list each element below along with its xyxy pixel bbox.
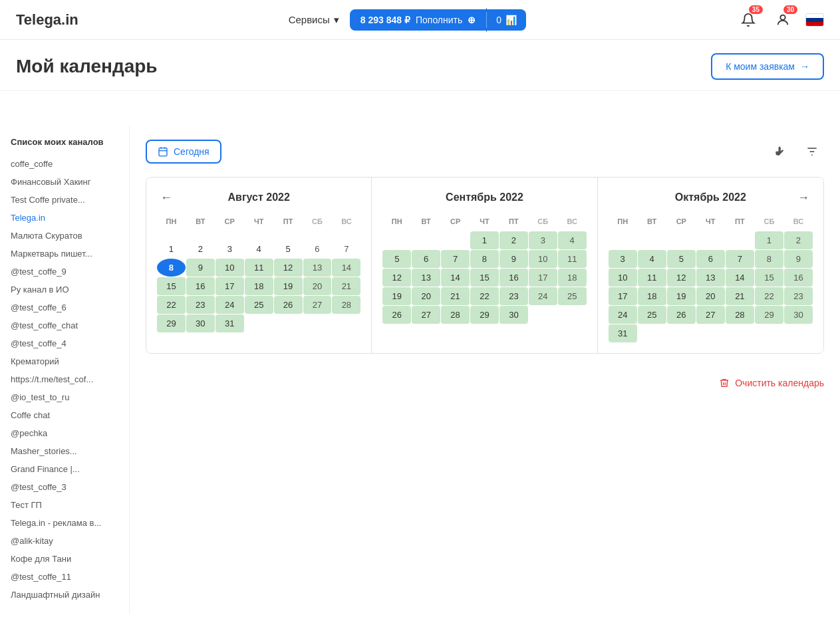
prev-month-button[interactable]: ← [157, 188, 176, 207]
calendar-day[interactable]: 7 [332, 240, 360, 258]
calendar-day[interactable]: 28 [332, 296, 360, 314]
sidebar-item[interactable]: Ру канал в ИО [0, 281, 129, 299]
calendar-day[interactable]: 15 [755, 269, 783, 287]
calendar-day[interactable]: 22 [755, 287, 783, 305]
calendar-day[interactable]: 5 [382, 250, 411, 268]
calendar-day[interactable]: 27 [696, 306, 725, 324]
calendar-day[interactable]: 19 [667, 287, 696, 305]
calendar-day[interactable]: 16 [499, 269, 528, 287]
calendar-day[interactable]: 4 [638, 250, 666, 268]
calendar-day[interactable]: 24 [529, 287, 557, 305]
calendar-day[interactable]: 3 [609, 250, 637, 268]
sidebar-item[interactable]: @io_test_to_ru [0, 388, 129, 406]
calendar-day[interactable]: 20 [303, 277, 332, 295]
calendar-day[interactable]: 18 [638, 287, 666, 305]
services-button[interactable]: Сервисы ▾ [289, 14, 339, 26]
sidebar-item[interactable]: Тест ГП [0, 496, 129, 514]
touch-mode-button[interactable] [768, 140, 792, 164]
calendar-day[interactable]: 5 [667, 250, 696, 268]
calendar-day[interactable]: 16 [186, 277, 215, 295]
calendar-day[interactable]: 1 [157, 240, 186, 258]
calendar-day[interactable]: 26 [667, 306, 696, 324]
sidebar-item[interactable]: @test_coffe_3 [0, 478, 129, 496]
calendar-day[interactable]: 9 [186, 259, 215, 277]
calendar-day[interactable]: 2 [499, 231, 528, 249]
sidebar-item[interactable]: Coffe chat [0, 406, 129, 424]
calendar-day[interactable]: 28 [726, 306, 754, 324]
sidebar-item[interactable]: Telega.in - реклама в... [0, 514, 129, 532]
calendar-day[interactable]: 22 [157, 296, 186, 314]
sidebar-item[interactable]: @test_coffe_6 [0, 299, 129, 316]
calendar-day[interactable]: 29 [157, 314, 186, 332]
calendar-day[interactable]: 22 [470, 287, 499, 305]
calendar-day[interactable]: 11 [245, 259, 273, 277]
calendar-day[interactable]: 24 [609, 306, 637, 324]
calendar-day[interactable]: 19 [274, 277, 303, 295]
sidebar-item[interactable]: @test_coffe_chat [0, 316, 129, 334]
sidebar-item[interactable]: @alik-kitay [0, 532, 129, 550]
calendar-day[interactable]: 4 [245, 240, 273, 258]
calendar-day[interactable]: 29 [470, 306, 499, 324]
calendar-day[interactable]: 6 [412, 250, 440, 268]
calendar-day[interactable]: 7 [726, 250, 754, 268]
notifications-button[interactable]: 35 [736, 8, 760, 32]
calendar-day[interactable]: 14 [332, 259, 360, 277]
calendar-day[interactable]: 24 [215, 296, 244, 314]
calendar-day[interactable]: 9 [499, 250, 528, 268]
calendar-day[interactable]: 8 [470, 250, 499, 268]
sidebar-item[interactable]: Малюта Скуратов [0, 227, 129, 245]
calendar-day[interactable]: 28 [441, 306, 470, 324]
calendar-day[interactable]: 10 [215, 259, 244, 277]
calendar-day[interactable]: 30 [499, 306, 528, 324]
calendar-day[interactable]: 7 [441, 250, 470, 268]
filter-button[interactable] [800, 140, 824, 164]
calendar-day[interactable]: 2 [186, 240, 215, 258]
calendar-day[interactable]: 10 [529, 250, 557, 268]
sidebar-item[interactable]: coffe_coffe [0, 155, 129, 173]
language-flag[interactable] [805, 13, 824, 27]
sidebar-item[interactable]: Кофе для Тани [0, 550, 129, 568]
calendar-day[interactable]: 17 [609, 287, 637, 305]
sidebar-item[interactable]: https://t.me/test_cof... [0, 370, 129, 388]
sidebar-item[interactable]: @test_coffe_9 [0, 263, 129, 281]
calendar-day[interactable]: 20 [412, 287, 440, 305]
calendar-day[interactable]: 25 [245, 296, 273, 314]
calendar-day[interactable]: 31 [609, 324, 637, 342]
calendar-day[interactable]: 13 [303, 259, 332, 277]
stats-button[interactable]: 0 📊 [487, 9, 526, 31]
calendar-day[interactable]: 15 [157, 277, 186, 295]
calendar-day[interactable]: 13 [412, 269, 440, 287]
calendar-day[interactable]: 12 [274, 259, 303, 277]
sidebar-item[interactable]: Telega.in [0, 209, 129, 227]
calendar-day[interactable]: 26 [382, 306, 411, 324]
calendar-day[interactable]: 17 [215, 277, 244, 295]
sidebar-item[interactable]: @test_coffe_4 [0, 334, 129, 352]
calendar-day[interactable]: 21 [726, 287, 754, 305]
calendar-day[interactable]: 12 [667, 269, 696, 287]
calendar-day[interactable]: 9 [784, 250, 813, 268]
calendar-day[interactable]: 25 [638, 306, 666, 324]
sidebar-item[interactable]: Маркетварь пишет... [0, 245, 129, 263]
sidebar-item[interactable]: Test Coffe private... [0, 191, 129, 209]
calendar-day[interactable]: 1 [755, 231, 783, 249]
balance-display[interactable]: 8 293 848 ₽ Пополнить ⊕ [350, 9, 487, 31]
calendar-day[interactable]: 23 [499, 287, 528, 305]
calendar-day[interactable]: 13 [696, 269, 725, 287]
calendar-day[interactable]: 21 [332, 277, 360, 295]
calendar-day[interactable]: 8 [157, 259, 186, 277]
calendar-day[interactable]: 2 [784, 231, 813, 249]
calendar-day[interactable]: 6 [696, 250, 725, 268]
logo[interactable]: Telega.in [16, 11, 78, 29]
calendar-day[interactable]: 25 [558, 287, 587, 305]
sidebar-item[interactable]: Крематорий [0, 352, 129, 370]
calendar-day[interactable]: 19 [382, 287, 411, 305]
sidebar-item[interactable]: Ландшафтный дизайн [0, 586, 129, 604]
sidebar-item[interactable]: Grand Finance |... [0, 460, 129, 478]
calendar-day[interactable]: 14 [726, 269, 754, 287]
calendar-day[interactable]: 3 [529, 231, 557, 249]
sidebar-item[interactable]: @test_coffe_11 [0, 568, 129, 586]
next-month-button[interactable]: → [794, 188, 813, 207]
calendar-day[interactable]: 18 [558, 269, 587, 287]
calendar-day[interactable]: 18 [245, 277, 273, 295]
calendar-day[interactable]: 11 [558, 250, 587, 268]
